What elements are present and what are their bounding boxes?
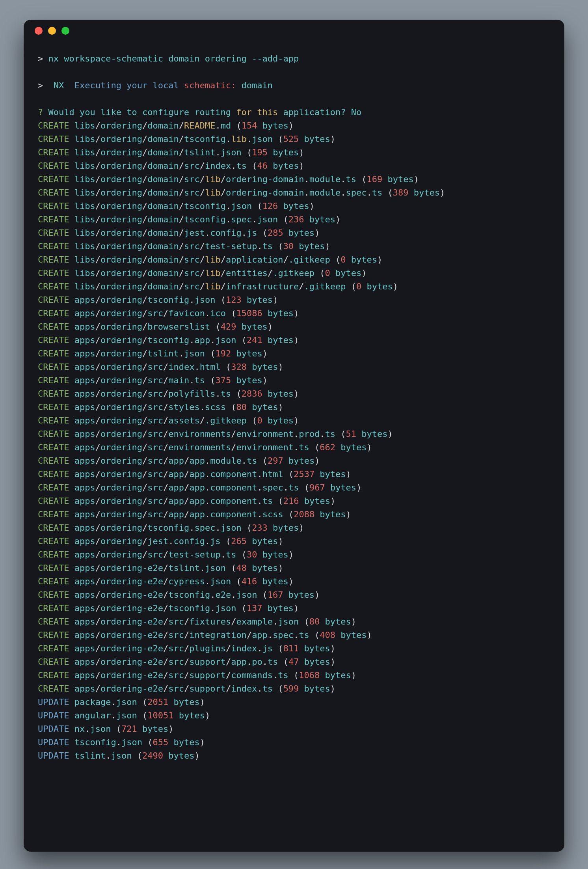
terminal-text: nx bbox=[74, 724, 85, 734]
terminal-text: 721 bbox=[121, 724, 137, 734]
file-entry: CREATE apps/ordering-e2e/src/support/app… bbox=[38, 655, 550, 669]
terminal-text: . bbox=[273, 670, 278, 680]
terminal-text: ts bbox=[221, 389, 231, 399]
file-entry: CREATE libs/ordering/domain/tslint.json … bbox=[38, 146, 550, 159]
terminal-text: bytes bbox=[320, 617, 351, 627]
terminal-text: / bbox=[179, 282, 184, 291]
terminal-text: apps bbox=[74, 509, 95, 519]
terminal-text bbox=[69, 188, 74, 198]
terminal-text: . bbox=[262, 657, 268, 667]
terminal-text: src bbox=[147, 496, 163, 506]
terminal-text: / bbox=[95, 134, 100, 144]
terminal-text: apps bbox=[74, 603, 95, 613]
zoom-icon[interactable] bbox=[61, 27, 69, 35]
terminal-text: / bbox=[179, 241, 184, 251]
file-entry: CREATE apps/ordering/src/assets/.gitkeep… bbox=[38, 414, 550, 427]
terminal-text: / bbox=[179, 161, 184, 171]
terminal-text: . bbox=[205, 576, 210, 586]
terminal-text: CREATE bbox=[38, 563, 69, 573]
terminal-text: libs bbox=[74, 147, 95, 157]
terminal-text: ) bbox=[346, 509, 351, 519]
terminal-text: CREATE bbox=[38, 389, 69, 399]
terminal-text: bytes bbox=[330, 268, 361, 278]
terminal-text: src bbox=[168, 670, 184, 680]
terminal-text bbox=[69, 429, 74, 439]
terminal-text: json bbox=[111, 751, 132, 761]
terminal-text: apps bbox=[74, 322, 95, 332]
terminal-text: fixtures bbox=[189, 617, 231, 627]
file-entry: CREATE apps/ordering/tsconfig.app.json (… bbox=[38, 334, 550, 347]
terminal-content[interactable]: > nx workspace-schematic domain ordering… bbox=[24, 42, 564, 778]
terminal-text: 123 bbox=[226, 295, 242, 305]
terminal-text: ) bbox=[262, 375, 268, 385]
terminal-text: ts bbox=[194, 375, 205, 385]
terminal-text: bytes bbox=[262, 389, 294, 399]
terminal-text: / bbox=[184, 670, 189, 680]
terminal-text: CREATE bbox=[38, 416, 69, 425]
terminal-text: tsconfig bbox=[147, 523, 189, 533]
terminal-text: libs bbox=[74, 268, 95, 278]
terminal-text: 167 bbox=[268, 590, 283, 600]
terminal-text: 285 bbox=[268, 228, 283, 238]
terminal-text: CREATE bbox=[38, 429, 69, 439]
terminal-text: domain bbox=[147, 201, 179, 211]
terminal-text: app bbox=[252, 630, 268, 640]
terminal-text: src bbox=[147, 375, 163, 385]
file-entry: UPDATE nx.json (721 bytes) bbox=[38, 722, 550, 736]
terminal-text: apps bbox=[74, 496, 95, 506]
terminal-text: ( bbox=[205, 349, 216, 358]
terminal-text: > bbox=[38, 80, 54, 90]
file-entry: CREATE apps/ordering/jest.config.js (265… bbox=[38, 535, 550, 548]
terminal-text: CREATE bbox=[38, 643, 69, 653]
file-entry: CREATE apps/ordering/src/polyfills.ts (2… bbox=[38, 387, 550, 401]
terminal-text: tsconfig bbox=[147, 295, 189, 305]
terminal-text: / bbox=[142, 161, 147, 171]
terminal-text: . bbox=[221, 550, 226, 559]
terminal-text: . bbox=[179, 349, 184, 358]
terminal-text: / bbox=[184, 469, 189, 479]
terminal-text: src bbox=[147, 550, 163, 559]
minimize-icon[interactable] bbox=[48, 27, 56, 35]
terminal-text: / bbox=[142, 241, 147, 251]
terminal-text: apps bbox=[74, 308, 95, 318]
terminal-text: tsconfig bbox=[184, 134, 226, 144]
terminal-text bbox=[69, 335, 74, 345]
terminal-text: . bbox=[205, 469, 210, 479]
terminal-text: CREATE bbox=[38, 362, 69, 372]
terminal-text: bytes bbox=[168, 697, 199, 707]
terminal-window[interactable]: > nx workspace-schematic domain ordering… bbox=[24, 20, 564, 852]
terminal-text: apps bbox=[74, 456, 95, 466]
terminal-text: UPDATE bbox=[38, 724, 69, 734]
close-icon[interactable] bbox=[35, 27, 43, 35]
terminal-text: bytes bbox=[299, 643, 330, 653]
terminal-text: ) bbox=[330, 496, 335, 506]
terminal-text: / bbox=[163, 429, 168, 439]
terminal-text: ( bbox=[314, 268, 325, 278]
terminal-text: 599 bbox=[283, 684, 299, 694]
terminal-text: ) bbox=[168, 724, 173, 734]
terminal-text: CREATE bbox=[38, 670, 69, 680]
terminal-text: src bbox=[147, 483, 163, 492]
terminal-text: . bbox=[257, 496, 262, 506]
terminal-text: html bbox=[262, 469, 283, 479]
terminal-text: ordering-domain bbox=[226, 188, 304, 198]
terminal-text: / bbox=[95, 509, 100, 519]
file-entry: CREATE apps/ordering/src/app/app.compone… bbox=[38, 468, 550, 481]
terminal-text: / bbox=[95, 576, 100, 586]
terminal-text: apps bbox=[74, 389, 95, 399]
terminal-text: json bbox=[252, 134, 273, 144]
terminal-text: ts bbox=[226, 550, 236, 559]
terminal-text: libs bbox=[74, 214, 95, 224]
terminal-text: / bbox=[142, 295, 147, 305]
terminal-text: config bbox=[210, 228, 241, 238]
terminal-text: / bbox=[95, 147, 100, 157]
terminal-text: NX bbox=[54, 80, 74, 90]
terminal-text: / bbox=[283, 255, 288, 265]
terminal-text: Would you like to configure routing bbox=[48, 107, 236, 117]
terminal-text: ) bbox=[288, 550, 294, 559]
terminal-text: libs bbox=[74, 134, 95, 144]
terminal-text: spec bbox=[194, 523, 215, 533]
terminal-text: ) bbox=[356, 483, 361, 492]
terminal-text: / bbox=[200, 268, 205, 278]
terminal-text: / bbox=[95, 161, 100, 171]
